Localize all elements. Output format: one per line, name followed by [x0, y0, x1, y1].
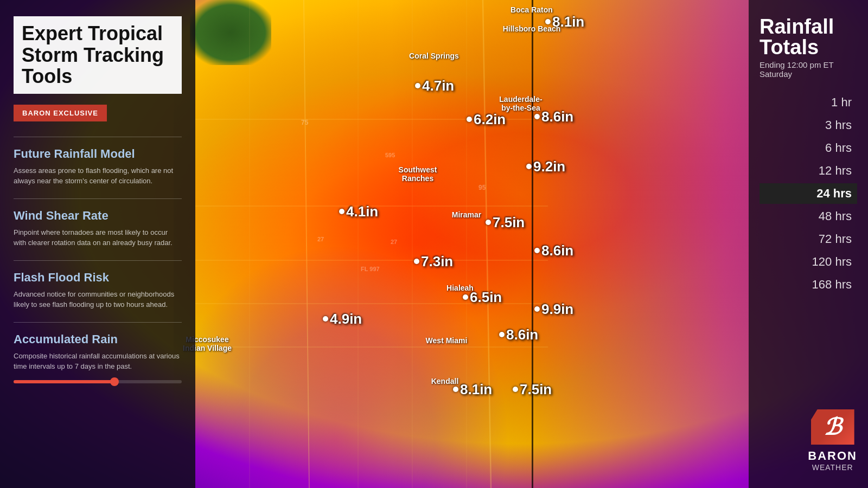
city-label-coral-springs: Coral Springs — [409, 52, 459, 60]
progress-bar-track — [14, 380, 182, 383]
time-option-48-hrs[interactable]: 48 hrs — [760, 206, 857, 227]
feature-desc-3: Composite historical rainfall accumulati… — [14, 351, 182, 372]
rain-dot-r12 — [323, 316, 328, 322]
rain-measurement-r13: 8.6in — [506, 326, 538, 343]
rain-measurement-r5: 9.2in — [533, 158, 565, 175]
feature-future-rainfall: Future Rainfall Model Assess areas prone… — [14, 137, 182, 187]
svg-line-1 — [483, 0, 491, 488]
feature-desc-2: Advanced notice for communities or neigh… — [14, 289, 182, 310]
baron-b-letter: ℬ — [824, 414, 841, 440]
rain-measurement-r3: 6.2in — [474, 111, 506, 128]
svg-text:595: 595 — [385, 152, 395, 158]
main-title: Expert Tropical Storm Tracking Tools — [14, 16, 182, 94]
time-option-72-hrs[interactable]: 72 hrs — [760, 229, 857, 249]
rain-measurement-r12: 4.9in — [330, 311, 362, 328]
city-label-southwest-ranches: SouthwestRanches — [399, 165, 437, 183]
rain-dot-r5 — [526, 164, 532, 169]
left-info-panel: Expert Tropical Storm Tracking Tools BAR… — [0, 0, 195, 488]
rain-measurement-r11: 9.9in — [541, 301, 573, 318]
feature-flash-flood: Flash Flood Risk Advanced notice for com… — [14, 260, 182, 310]
time-option-120-hrs[interactable]: 120 hrs — [760, 252, 857, 272]
progress-indicator-dot — [110, 377, 119, 386]
rain-measurement-r7: 7.5in — [493, 214, 525, 231]
city-label-kendall: Kendall — [431, 377, 459, 386]
feature-desc-1: Pinpoint where tornadoes are most likely… — [14, 227, 182, 248]
feature-title-0: Future Rainfall Model — [14, 147, 182, 161]
time-option-3-hrs[interactable]: 3 hrs — [760, 115, 857, 136]
svg-text:27: 27 — [317, 236, 324, 242]
feature-accumulated-rain: Accumulated Rain Composite historical ra… — [14, 322, 182, 383]
rain-dot-r9 — [534, 248, 540, 253]
feature-title-1: Wind Shear Rate — [14, 209, 182, 223]
rain-measurement-r14: 8.1in — [460, 381, 492, 398]
rain-dot-r1 — [545, 19, 551, 24]
time-option-1-hr[interactable]: 1 hr — [760, 92, 857, 113]
right-rainfall-panel: Rainfall Totals Ending 12:00 pm ET Satur… — [749, 0, 868, 488]
rainfall-subtitle: Ending 12:00 pm ET Saturday — [760, 60, 857, 79]
feature-title-3: Accumulated Rain — [14, 332, 182, 346]
rain-dot-r14 — [453, 387, 458, 392]
svg-line-0 — [304, 0, 309, 488]
rain-dot-r11 — [534, 306, 540, 312]
rain-measurement-r2: 4.7in — [422, 78, 454, 94]
baron-logo-icon: ℬ — [811, 409, 854, 445]
city-label-boca-raton: Boca Raton — [510, 5, 553, 14]
rain-dot-r13 — [499, 332, 505, 337]
svg-text:75: 75 — [301, 119, 309, 126]
feature-wind-shear: Wind Shear Rate Pinpoint where tornadoes… — [14, 198, 182, 248]
rain-measurement-r9: 8.6in — [541, 242, 573, 259]
rain-dot-r6 — [339, 209, 344, 214]
svg-text:27: 27 — [391, 239, 397, 245]
rain-dot-r10 — [463, 294, 468, 300]
rain-dot-r4 — [534, 114, 540, 119]
city-label-miramar: Miramar — [452, 210, 481, 219]
map-roads-overlay: FL 997 595 75 95 27 27 — [195, 0, 749, 488]
time-option-24-hrs[interactable]: 24 hrs — [760, 183, 857, 204]
time-option-12-hrs[interactable]: 12 hrs — [760, 160, 857, 181]
rain-dot-r15 — [513, 387, 518, 392]
rain-measurement-r8: 7.3in — [421, 253, 453, 270]
baron-logo: ℬ BARON WEATHER — [808, 409, 857, 472]
svg-text:95: 95 — [478, 184, 486, 191]
time-option-168-hrs[interactable]: 168 hrs — [760, 274, 857, 295]
city-label-lauderdale-sea: Lauderdale-by-the-Sea — [499, 95, 542, 112]
time-option-6-hrs[interactable]: 6 hrs — [760, 138, 857, 158]
city-label-hialeah: Hialeah — [446, 284, 474, 292]
feature-title-2: Flash Flood Risk — [14, 271, 182, 285]
city-label-west-miami: West Miami — [426, 336, 468, 345]
rain-dot-r7 — [486, 220, 491, 225]
baron-exclusive-badge: BARON EXCLUSIVE — [14, 105, 107, 121]
baron-logo-name: BARON — [808, 449, 857, 463]
rain-dot-r2 — [415, 83, 420, 88]
baron-logo-subtitle: WEATHER — [808, 463, 857, 472]
time-options-list: 1 hr3 hrs6 hrs12 hrs24 hrs48 hrs72 hrs12… — [760, 92, 857, 295]
rain-dot-r8 — [414, 259, 419, 264]
rain-dot-r3 — [467, 117, 472, 122]
feature-desc-0: Assess areas prone to flash flooding, wh… — [14, 165, 182, 187]
rain-measurement-r10: 6.5in — [470, 289, 502, 306]
coast-boundary — [532, 0, 533, 488]
rain-measurement-r4: 8.6in — [541, 108, 573, 125]
city-label-hillsboro: Hillsboro Beach — [503, 24, 561, 33]
progress-bar-fill — [14, 380, 114, 383]
rain-measurement-r6: 4.1in — [346, 203, 378, 220]
rainfall-title: Rainfall Totals — [760, 16, 857, 57]
svg-text:FL 997: FL 997 — [361, 266, 380, 272]
rain-measurement-r15: 7.5in — [520, 381, 552, 398]
